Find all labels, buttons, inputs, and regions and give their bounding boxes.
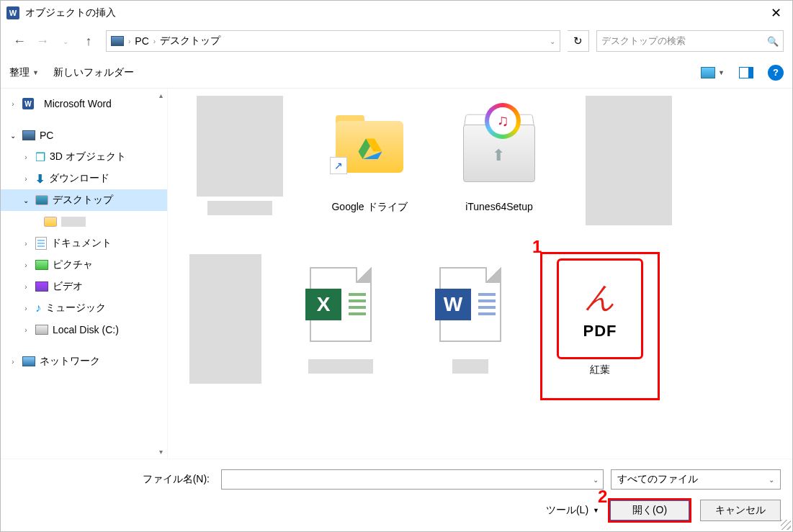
file-item-redacted[interactable] (182, 254, 269, 398)
close-icon: ✕ (771, 5, 781, 21)
redacted-label (308, 359, 373, 374)
refresh-icon: ↻ (573, 35, 583, 48)
chevron-right-icon: › (21, 240, 31, 248)
chevron-right-icon: › (21, 283, 31, 291)
tree-item-music[interactable]: › ♪ ミュージック (1, 297, 167, 319)
chevron-right-icon: › (153, 37, 156, 45)
thumbnail-redacted (197, 96, 283, 197)
chevron-down-icon: ⌄ (63, 37, 68, 45)
tree-item-pc[interactable]: ⌄ PC (1, 125, 167, 146)
tree-item-local-disk[interactable]: › Local Disk (C:) (1, 319, 167, 341)
tree-item-documents[interactable]: › ドキュメント (1, 233, 167, 254)
search-input[interactable]: デスクトップの検索 🔍 (596, 30, 784, 52)
scrollbar[interactable]: ▴ ▾ (154, 89, 167, 459)
file-item-pdf-kouyou[interactable]: 1 ん PDF 紅葉 (542, 254, 658, 398)
chevron-right-icon: › (128, 37, 130, 45)
music-icon: ♪ (35, 302, 41, 315)
chevron-right-icon: › (8, 358, 18, 366)
scroll-up-icon[interactable]: ▴ (159, 91, 163, 99)
videos-icon (35, 281, 48, 292)
installer-icon: ♫ ⬆ (456, 96, 542, 197)
network-icon (22, 356, 35, 366)
crumb-pc[interactable]: PC (135, 35, 148, 47)
chevron-right-icon: › (21, 305, 31, 312)
refresh-button[interactable]: ↻ (568, 30, 589, 52)
search-icon: 🔍 (767, 36, 779, 47)
file-item-itunes-setup[interactable]: ♫ ⬆ iTunes64Setup (442, 96, 557, 240)
redacted-label (207, 201, 272, 215)
chevron-right-icon: › (21, 326, 31, 334)
resize-grip[interactable] (781, 520, 791, 530)
preview-pane-button[interactable] (739, 67, 753, 78)
shortcut-icon: ↗ (330, 157, 347, 174)
tree-item-word[interactable]: › W Microsoft Word (1, 93, 167, 114)
file-item-google-drive[interactable]: ↗ Google ドライブ (312, 96, 427, 240)
tools-dropdown[interactable]: ツール(L) ▼ (546, 504, 599, 517)
chevron-down-icon[interactable]: ⌄ (593, 476, 599, 484)
chevron-down-icon: ▼ (32, 69, 39, 76)
scroll-down-icon[interactable]: ▾ (159, 448, 163, 456)
adobe-icon: ん (585, 277, 616, 317)
thumbnail-redacted (586, 96, 672, 225)
organize-button[interactable]: 整理▼ (9, 66, 39, 79)
drive-icon (35, 325, 48, 335)
file-label: 紅葉 (590, 364, 610, 377)
view-mode-button[interactable]: ▼ (701, 67, 725, 78)
chevron-down-icon: ⌄ (8, 132, 18, 140)
chevron-down-icon: ⌄ (769, 476, 774, 484)
chevron-down-icon[interactable]: ⌄ (550, 37, 555, 45)
redacted-label (452, 359, 488, 374)
crumb-desktop[interactable]: デスクトップ (160, 35, 220, 48)
thumbnails-icon (701, 67, 715, 78)
tree-item-3d-objects[interactable]: › ❒ 3D オブジェクト (1, 146, 167, 168)
tree-item-desktop[interactable]: ⌄ デスクトップ (1, 189, 167, 211)
preview-pane-icon (739, 67, 753, 78)
word-icon: W (22, 98, 34, 109)
tree-item-downloads[interactable]: › ⬇ ダウンロード (1, 168, 167, 189)
search-placeholder: デスクトップの検索 (601, 35, 767, 48)
arrow-right-icon: → (36, 34, 49, 49)
address-bar[interactable]: › PC › デスクトップ ⌄ (106, 30, 560, 52)
tree-item-subfolder[interactable] (1, 211, 167, 233)
title-bar: W オブジェクトの挿入 ✕ (1, 1, 792, 25)
chevron-right-icon: › (8, 100, 18, 108)
file-item-excel[interactable]: X (283, 254, 398, 398)
back-button[interactable]: ← (9, 31, 30, 51)
tree-item-pictures[interactable]: › ピクチャ (1, 254, 167, 276)
desktop-icon (35, 195, 48, 205)
word-file-icon: W (427, 254, 514, 355)
documents-icon (35, 237, 47, 250)
file-item[interactable] (182, 96, 297, 240)
file-item-redacted[interactable] (571, 96, 686, 240)
tree-item-videos[interactable]: › ビデオ (1, 276, 167, 297)
chevron-right-icon: › (21, 261, 31, 269)
help-icon: ? (773, 67, 779, 78)
chevron-right-icon: › (21, 175, 31, 183)
up-button[interactable]: ↑ (79, 31, 99, 51)
chevron-down-icon: ▼ (718, 69, 725, 76)
filename-input[interactable]: ⌄ (221, 469, 604, 490)
cancel-button[interactable]: キャンセル (700, 500, 781, 521)
open-button[interactable]: 2 開く(O) (609, 500, 690, 521)
thumbnail-redacted (189, 254, 261, 384)
file-type-dropdown[interactable]: すべてのファイル ⌄ (611, 469, 781, 490)
file-item-word[interactable]: W (413, 254, 528, 398)
filename-label: ファイル名(N): (12, 473, 214, 486)
new-folder-button[interactable]: 新しいフォルダー (53, 66, 134, 79)
word-app-icon: W (6, 6, 19, 19)
recent-dropdown[interactable]: ⌄ (55, 31, 76, 51)
arrow-up-icon: ⬆ (492, 146, 505, 165)
dialog-body: › W Microsoft Word ⌄ PC › ❒ 3D オブジェクト › … (1, 89, 792, 459)
annotation-marker-2: 2 (598, 487, 607, 507)
file-label: Google ドライブ (331, 201, 407, 214)
pdf-badge: PDF (583, 322, 617, 341)
toolbar: 整理▼ 新しいフォルダー ▼ ? (1, 57, 792, 89)
help-button[interactable]: ? (768, 65, 784, 81)
pc-icon (111, 36, 124, 46)
arrow-left-icon: ← (13, 34, 26, 49)
folder-icon (44, 217, 57, 227)
forward-button[interactable]: → (32, 31, 53, 51)
close-button[interactable]: ✕ (759, 1, 792, 25)
tree-item-network[interactable]: › ネットワーク (1, 351, 167, 372)
file-label: iTunes64Setup (465, 201, 533, 212)
